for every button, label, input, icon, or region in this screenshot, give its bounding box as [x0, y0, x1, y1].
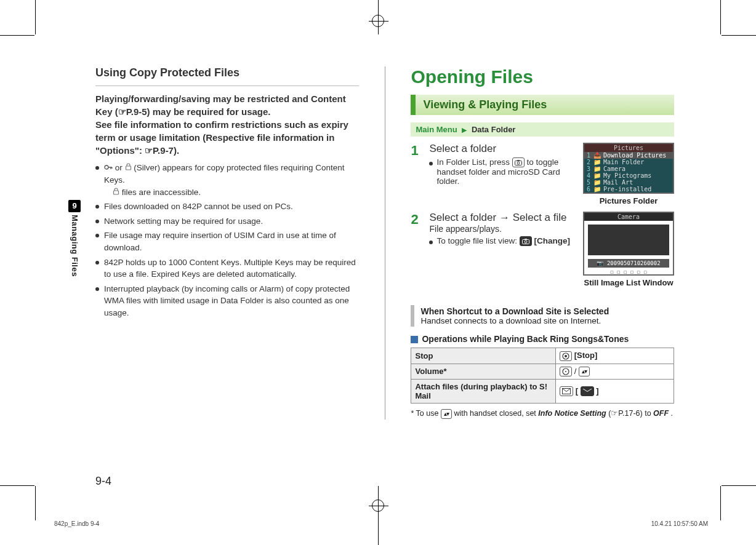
step-1: 1 Select a folder In Folder List, press … — [411, 143, 577, 187]
breadcrumb-root: Main Menu — [416, 125, 457, 134]
text: [ ] — [576, 386, 599, 396]
registration-mark — [372, 15, 384, 27]
svg-point-12 — [565, 371, 566, 372]
list-item: File usage may require insertion of USIM… — [95, 229, 359, 253]
chevron-right-icon: ▶ — [462, 126, 467, 133]
thumbnail — [588, 225, 669, 255]
svg-point-7 — [525, 241, 527, 243]
volume-keys-icon: ▴▾ — [579, 367, 590, 376]
text: [Change] — [534, 236, 571, 245]
arrow-right-icon: → — [499, 212, 510, 223]
list-item: Download Pictures — [603, 152, 666, 159]
list-item: Pre-installed — [603, 186, 651, 193]
cell-label: Volume* — [411, 364, 556, 380]
table-row: Volume* / ▴▾ — [411, 364, 674, 380]
screenshot-caption: Still Image List Window — [583, 278, 674, 288]
screenshot-title: Camera — [584, 213, 673, 221]
heading-using: Using Copy Protected Files — [95, 66, 359, 79]
note-shortcut-download: When Shortcut to a Download Site is Sele… — [411, 305, 674, 327]
crop-mark — [35, 486, 36, 520]
heading-opening: Opening Files — [411, 66, 674, 87]
svg-point-4 — [517, 162, 520, 164]
table-row: Stop [Stop] — [411, 348, 674, 364]
svg-point-0 — [105, 165, 108, 169]
crop-mark — [722, 485, 756, 486]
list-item: Main Folder — [603, 159, 644, 165]
lead-paragraph: Playing/forwarding/saving may be restric… — [95, 92, 359, 157]
crop-mark — [720, 486, 721, 520]
list-item: Mail Art — [603, 179, 633, 186]
text: To toggle file list view: — [436, 236, 519, 245]
screenshot-icons: ◻ ◻ ◻ ◻ ◻ ◻ — [584, 268, 673, 276]
note-body: Handset connects to a download site on I… — [420, 316, 674, 325]
footer-filename: 842p_E.indb 9-4 — [54, 520, 99, 527]
svg-rect-5 — [517, 160, 520, 161]
sub-line: files are inaccessible. — [104, 186, 359, 199]
chapter-number: 9 — [68, 200, 81, 212]
chapter-name: Managing Files — [70, 215, 79, 277]
list-item: Camera — [603, 165, 625, 172]
right-column: Opening Files Viewing & Playing Files Ma… — [411, 66, 674, 420]
left-column: Using Copy Protected Files Playing/forwa… — [95, 66, 359, 420]
crop-mark — [720, 0, 721, 34]
svg-rect-1 — [126, 166, 131, 170]
step-text: Select a folder → Select a file — [429, 212, 577, 224]
svg-point-10 — [565, 355, 567, 357]
lock-icon — [125, 163, 132, 173]
setting-name: Info Notice Setting — [538, 409, 606, 418]
operations-table: Stop [Stop] Volume* / — [411, 348, 674, 404]
text: with handset closed, set — [454, 409, 538, 418]
list-item: Files downloaded on 842P cannot be used … — [95, 201, 359, 213]
text: Select a file — [513, 212, 567, 223]
text: (☞P.17-6) to — [608, 409, 653, 418]
key-icon — [104, 162, 113, 175]
crop-mark — [722, 35, 756, 36]
list-item: 842P holds up to 1000 Content Keys. Mult… — [95, 257, 359, 280]
text: / — [574, 367, 577, 376]
note-title: When Shortcut to a Download Site is Sele… — [420, 306, 674, 316]
text: files are inaccessible. — [122, 188, 201, 197]
phone-screenshot: Pictures 1📥Download Pictures 2📁Main Fold… — [583, 143, 674, 194]
list-item: My Pictograms — [603, 172, 651, 179]
nav-key-icon — [560, 367, 572, 376]
text: or — [115, 163, 125, 172]
registration-mark — [372, 499, 384, 512]
cell-label: Stop — [411, 348, 556, 364]
column-divider — [385, 66, 385, 420]
screenshot-caption: Pictures Folder — [583, 196, 674, 206]
cell-value: [Stop] — [556, 348, 674, 364]
text: . — [671, 409, 673, 418]
crop-mark — [0, 35, 34, 36]
text: Select a folder — [429, 212, 499, 223]
text: In Folder List, press — [436, 157, 512, 167]
crop-mark — [35, 0, 36, 34]
screenshot-filename: 📷 2009050710260002 — [588, 259, 669, 268]
text: (Silver) appears for copy protected file… — [104, 163, 344, 185]
camera-key-icon — [520, 236, 532, 246]
center-key-icon — [560, 351, 572, 361]
step-sub: To toggle file list view: [Change] — [436, 236, 577, 246]
screenshot-pictures-folder: Pictures 1📥Download Pictures 2📁Main Fold… — [583, 143, 674, 206]
bullet-list: or (Silver) appears for copy protected f… — [95, 162, 359, 319]
step-sub: In Folder List, press to toggle handset … — [436, 157, 577, 186]
crop-mark — [0, 485, 34, 486]
step-number: 2 — [411, 212, 423, 247]
mail-icon — [581, 386, 594, 396]
text: [Stop] — [574, 351, 598, 360]
step-number: 1 — [411, 143, 423, 187]
step-2: 2 Select a folder → Select a file File a… — [411, 212, 577, 247]
phone-screenshot: Camera 📷 2009050710260002 ◻ ◻ ◻ ◻ ◻ ◻ — [583, 212, 674, 276]
section-heading: Viewing & Playing Files — [411, 95, 674, 115]
screenshot-still-image-list: Camera 📷 2009050710260002 ◻ ◻ ◻ ◻ ◻ ◻ St… — [583, 212, 674, 288]
text: * To use — [411, 409, 440, 418]
footnote: * To use ▴▾ with handset closed, set Inf… — [411, 408, 674, 420]
volume-keys-icon: ▴▾ — [441, 409, 452, 419]
chapter-tab: 9 Managing Files — [64, 200, 85, 277]
list-item: Network setting may be required for usag… — [95, 215, 359, 228]
list-item: Interrupted playback (by incoming calls … — [95, 283, 359, 319]
svg-rect-2 — [114, 191, 119, 194]
breadcrumb-item: Data Folder — [472, 125, 516, 134]
list-item: or (Silver) appears for copy protected f… — [95, 162, 359, 198]
screenshot-title: Pictures — [584, 144, 673, 152]
camera-key-icon — [512, 157, 525, 167]
